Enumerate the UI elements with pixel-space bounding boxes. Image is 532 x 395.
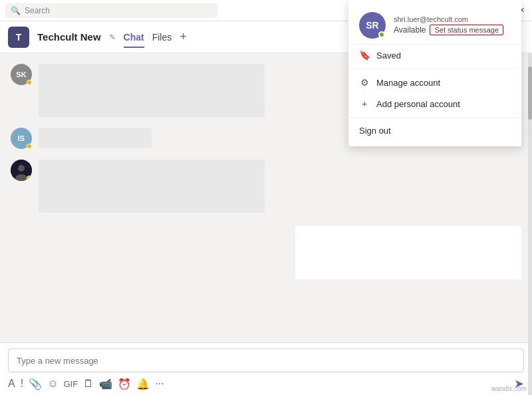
dropdown-avatar: SR [359,12,386,39]
edit-team-icon[interactable]: ✎ [109,33,116,42]
saved-item[interactable]: 🔖 Saved [348,45,521,66]
loop-icon[interactable]: 🔔 [136,378,150,390]
message-bubble-3 [39,160,265,213]
search-icon: 🔍 [11,6,21,15]
add-tab-button[interactable]: + [180,30,187,44]
scroll-thumb [528,66,532,120]
toolbar-icons: A ! 📎 ☺ GIF 🗒 📹 ⏰ 🔔 ··· ➤ [8,372,524,392]
divider-2 [348,117,521,118]
user-email: shri.luer@techcult.com [394,15,511,23]
more-icon[interactable]: ··· [155,378,164,390]
scrollbar[interactable] [528,53,532,395]
avatar-sk: SK [11,64,32,85]
status-row: Available Set status message [394,25,511,35]
plus-icon: + [359,98,370,109]
add-personal-account-item[interactable]: + Add personal account [348,93,521,114]
dropdown-user-info: shri.luer@techcult.com Available Set sta… [394,15,511,35]
manage-account-item[interactable]: ⚙ Manage account [348,72,521,93]
search-placeholder: Search [25,6,50,15]
message-group [11,160,521,213]
dropdown-menu: SR shri.luer@techcult.com Available Set … [348,0,521,146]
tab-files[interactable]: Files [152,29,172,45]
availability-status: Available [394,25,426,35]
giphy-icon[interactable]: GIF [63,379,78,389]
set-status-button[interactable]: Set status message [430,25,503,35]
status-dot [27,176,32,181]
sign-out-item[interactable]: Sign out [348,120,521,141]
status-dot [27,80,32,85]
meet-icon[interactable]: 📹 [99,378,112,390]
online-status-dot [378,31,385,38]
dropdown-header: SR shri.luer@techcult.com Available Set … [348,5,521,45]
message-input[interactable] [8,348,524,372]
gear-icon: ⚙ [359,77,370,88]
bookmark-icon: 🔖 [359,50,370,61]
format-icon[interactable]: A [8,378,15,390]
team-name: Techcult New [37,31,101,43]
message-bubble-right [295,226,521,279]
sticker-icon[interactable]: 🗒 [83,378,94,390]
emoji-icon[interactable]: ☺ [47,378,58,390]
divider [348,68,521,69]
important-icon[interactable]: ! [21,378,23,390]
message-bubble-2 [39,128,152,148]
right-message-group [11,223,521,282]
search-box[interactable]: 🔍 Search [5,3,218,18]
avatar-is: IS [11,128,32,149]
status-dot [27,144,32,149]
attach-icon[interactable]: 📎 [29,378,42,390]
watermark: wandix.com [491,385,527,392]
message-bubble-1 [39,64,265,117]
tab-chat[interactable]: Chat [124,29,144,45]
svg-point-1 [18,165,25,172]
team-icon: T [8,27,29,48]
input-area: A ! 📎 ☺ GIF 🗒 📹 ⏰ 🔔 ··· ➤ [0,342,532,395]
schedule-icon[interactable]: ⏰ [118,378,131,390]
avatar-dark [11,160,32,181]
